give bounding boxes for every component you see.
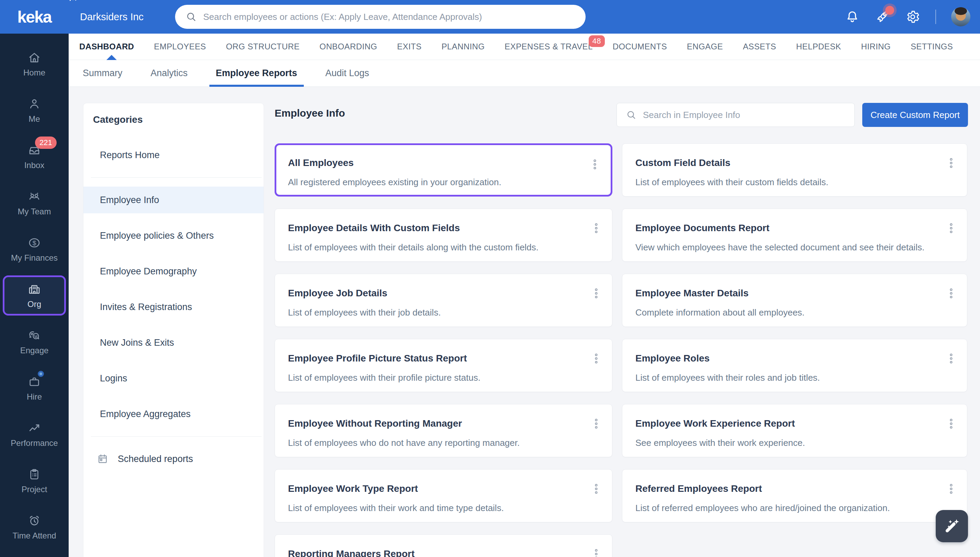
nav-tab-org-structure[interactable]: ORG STRUCTURE — [216, 34, 310, 60]
tab-analytics[interactable]: Analytics — [137, 60, 202, 86]
report-card-employee-roles[interactable]: Employee Roles List of employees with th… — [622, 339, 967, 392]
keka-logo-text: keka — [18, 8, 52, 26]
report-menu-button[interactable] — [590, 416, 603, 433]
nav-tab-label: HIRING — [861, 42, 891, 51]
report-card-employee-master-details[interactable]: Employee Master Details Complete informa… — [622, 274, 967, 327]
alarm-icon — [28, 514, 41, 528]
report-card-custom-field-details[interactable]: Custom Field Details List of employees w… — [622, 143, 967, 197]
sidebar-item-engage[interactable]: Engage — [0, 322, 69, 362]
building-icon — [28, 282, 41, 296]
category-employee-demography[interactable]: Employee Demography — [83, 258, 264, 285]
briefcase-icon — [28, 375, 41, 389]
nav-tab-planning[interactable]: PLANNING — [431, 34, 495, 60]
report-search-input[interactable] — [643, 110, 846, 121]
ai-assistant-button[interactable] — [936, 510, 968, 542]
nav-tab-label: EMPLOYEES — [154, 42, 206, 51]
nav-tab-dashboard[interactable]: DASHBOARD — [79, 34, 144, 60]
report-title: Employee Job Details — [288, 288, 581, 299]
categories-panel: Categories Reports Home Employee Info Em… — [83, 103, 264, 557]
sidebar-item-my-finances[interactable]: My Finances — [0, 229, 69, 269]
report-card-employee-documents[interactable]: Employee Documents Report View which emp… — [622, 208, 967, 262]
report-card-employee-job-details[interactable]: Employee Job Details List of employees w… — [274, 274, 612, 327]
report-card-work-experience[interactable]: Employee Work Experience Report See empl… — [622, 404, 967, 457]
report-menu-button[interactable] — [590, 351, 603, 367]
main-nav: DASHBOARD EMPLOYEES ORG STRUCTURE ONBOAR… — [69, 34, 980, 60]
report-card-referred-employees[interactable]: Referred Employees Report List of referr… — [622, 469, 967, 522]
categories-title: Categories — [93, 114, 264, 125]
sidebar-item-inbox[interactable]: 221 Inbox — [0, 137, 69, 177]
keka-logo[interactable]: keka — [0, 0, 69, 34]
report-title: Employee Roles — [635, 353, 936, 364]
user-avatar[interactable] — [951, 7, 970, 26]
category-employee-policies[interactable]: Employee policies & Others — [83, 222, 264, 249]
tab-employee-reports[interactable]: Employee Reports — [202, 60, 311, 86]
report-card-work-type[interactable]: Employee Work Type Report List of employ… — [274, 469, 612, 522]
person-icon — [28, 97, 41, 111]
report-card-without-reporting-manager[interactable]: Employee Without Reporting Manager List … — [274, 404, 612, 457]
category-invites-registrations[interactable]: Invites & Registrations — [83, 293, 264, 320]
kebab-icon — [588, 157, 602, 173]
report-description: View which employees have the selected d… — [635, 242, 936, 253]
report-menu-button[interactable] — [590, 481, 603, 498]
report-menu-button[interactable] — [944, 155, 958, 172]
sidebar-item-org[interactable]: Org — [3, 275, 66, 316]
global-search-input[interactable] — [203, 11, 575, 22]
report-description: Complete information about all employees… — [635, 307, 936, 318]
tab-audit-logs[interactable]: Audit Logs — [311, 60, 384, 86]
sidebar-item-hire[interactable]: Hire — [0, 368, 69, 408]
category-reports-home[interactable]: Reports Home — [83, 142, 264, 168]
report-menu-button[interactable] — [590, 546, 603, 557]
nav-tab-helpdesk[interactable]: HELPDESK — [786, 34, 851, 60]
nav-tab-onboarding[interactable]: ONBOARDING — [310, 34, 387, 60]
notifications-button[interactable] — [845, 9, 860, 24]
category-employee-info[interactable]: Employee Info — [83, 187, 264, 213]
report-description: List of employees with their details alo… — [288, 242, 581, 253]
report-card-all-employees[interactable]: All Employees All registered employees e… — [274, 143, 612, 197]
report-title: Employee Without Reporting Manager — [288, 418, 581, 429]
nav-tab-engage[interactable]: ENGAGE — [677, 34, 733, 60]
sidebar-item-label: Time Attend — [12, 531, 56, 541]
nav-tab-settings[interactable]: SETTINGS — [901, 34, 963, 60]
create-custom-report-button[interactable]: Create Custom Report — [862, 103, 968, 127]
nav-tab-exits[interactable]: EXITS — [387, 34, 431, 60]
nav-tab-employees[interactable]: EMPLOYEES — [144, 34, 216, 60]
report-menu-button[interactable] — [944, 286, 958, 302]
report-menu-button[interactable] — [590, 220, 603, 237]
report-menu-button[interactable] — [590, 286, 603, 302]
sidebar-item-my-team[interactable]: My Team — [0, 183, 69, 223]
kebab-icon — [590, 220, 603, 237]
report-menu-button[interactable] — [944, 481, 958, 498]
scheduled-reports-link[interactable]: Scheduled reports — [83, 446, 264, 472]
sidebar-item-project[interactable]: Project — [0, 461, 69, 501]
report-card-reporting-managers[interactable]: Reporting Managers Report — [274, 534, 612, 557]
nav-tab-label: DASHBOARD — [79, 42, 134, 51]
nav-tab-hiring[interactable]: HIRING — [851, 34, 901, 60]
report-menu-button[interactable] — [588, 157, 602, 173]
nav-tab-documents[interactable]: DOCUMENTS — [603, 34, 677, 60]
category-logins[interactable]: Logins — [83, 365, 264, 392]
category-employee-aggregates[interactable]: Employee Aggregates — [83, 401, 264, 427]
category-new-joins-exits[interactable]: New Joins & Exits — [83, 329, 264, 356]
sidebar-item-performance[interactable]: Performance — [0, 414, 69, 454]
report-menu-button[interactable] — [944, 220, 958, 237]
logo-sparks-icon — [69, 0, 79, 3]
nav-tab-assets[interactable]: ASSETS — [733, 34, 786, 60]
global-search[interactable] — [175, 5, 586, 29]
sidebar-item-home[interactable]: Home — [0, 44, 69, 84]
report-card-profile-picture-status[interactable]: Employee Profile Picture Status Report L… — [274, 339, 612, 392]
report-menu-button[interactable] — [944, 416, 958, 433]
nav-tab-label: SETTINGS — [911, 42, 953, 51]
report-title: Reporting Managers Report — [288, 549, 581, 557]
nav-tab-expenses-travel[interactable]: EXPENSES & TRAVEL 48 — [495, 34, 603, 60]
sidebar: keka Home Me 221 Inbox My Team My Financ… — [0, 0, 69, 557]
whats-new-button[interactable] — [875, 9, 890, 24]
report-menu-button[interactable] — [944, 351, 958, 367]
tab-summary[interactable]: Summary — [69, 60, 137, 86]
home-icon — [28, 51, 41, 65]
report-card-employee-details-custom-fields[interactable]: Employee Details With Custom Fields List… — [274, 208, 612, 262]
report-search[interactable] — [616, 103, 855, 127]
sidebar-item-time-attend[interactable]: Time Attend — [0, 507, 69, 547]
sidebar-item-label: Performance — [11, 438, 58, 448]
sidebar-item-me[interactable]: Me — [0, 90, 69, 130]
settings-button[interactable] — [905, 9, 920, 24]
